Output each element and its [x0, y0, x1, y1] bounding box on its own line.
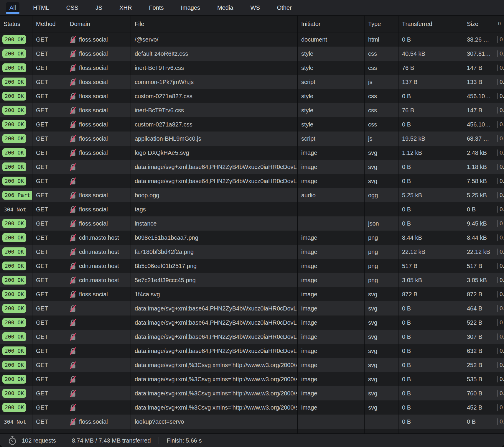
column-header-type[interactable]: Type: [365, 16, 398, 32]
size-cell: 5.25 kB: [463, 188, 496, 202]
domain-label: floss.social: [79, 291, 108, 298]
table-row[interactable]: 200 OK GET floss.social inert-BcT9Trv6.c…: [0, 103, 504, 117]
transferred-cell: 0 B: [398, 415, 463, 429]
waterfall-cell: 0.: [496, 160, 504, 174]
domain-cell: floss.social: [66, 202, 131, 216]
status-badge: 200 OK: [2, 78, 26, 86]
transferred-cell: 0 B: [398, 202, 463, 216]
status-cell: 200 OK: [0, 344, 32, 358]
column-header-transferred[interactable]: Transferred: [398, 16, 463, 32]
transferred-cell: 3.05 kB: [398, 273, 463, 287]
table-row[interactable]: 200 OK GET floss.social application-BHL9…: [0, 132, 504, 146]
waterfall-cell: 0.: [496, 330, 504, 344]
column-header-waterfall[interactable]: 0: [496, 16, 504, 32]
waterfall-start-tick: [498, 249, 498, 255]
table-row[interactable]: 200 OK GET cdn.masto.host 5e7c21e4f39ccc…: [0, 273, 504, 287]
status-cell: 200 OK: [0, 273, 32, 287]
status-cell: 200 OK: [0, 160, 32, 174]
method-cell: GET: [32, 32, 66, 47]
table-row[interactable]: 200 OK GET floss.social common-1Pk7jmWh.…: [0, 75, 504, 89]
type-cell: svg: [365, 160, 398, 174]
filter-tab-html[interactable]: HTML: [29, 2, 52, 13]
insecure-lock-icon: [70, 276, 76, 284]
insecure-lock-icon: [70, 333, 76, 341]
table-row[interactable]: 200 OK GET floss.social inert-BcT9Trv6.c…: [0, 61, 504, 75]
type-cell: html: [365, 32, 398, 47]
initiator-cell: image: [298, 330, 365, 344]
domain-cell: [66, 330, 131, 344]
table-row[interactable]: 200 OK GET data:image/svg+xml;base64,PHN…: [0, 301, 504, 315]
column-header-file[interactable]: File: [131, 16, 298, 32]
table-row[interactable]: 200 OK GET data:image/svg+xml;base64,PHN…: [0, 330, 504, 344]
table-row[interactable]: 200 OK GET floss.social custom-0271a827.…: [0, 89, 504, 103]
type-cell: svg: [365, 358, 398, 372]
column-header-initiator[interactable]: Initiator: [298, 16, 365, 32]
table-row[interactable]: 200 OK GET floss.social instance json 0 …: [0, 216, 504, 231]
table-row[interactable]: 200 OK GET data:image/svg+xml,%3Csvg xml…: [0, 358, 504, 372]
table-row[interactable]: 200 OK GET data:image/svg+xml;base64,PHN…: [0, 315, 504, 330]
transferred-cell: 8.44 kB: [398, 231, 463, 245]
insecure-lock-icon: [70, 121, 76, 128]
table-row[interactable]: 200 OK GET data:image/svg+xml;base64,PHN…: [0, 160, 504, 174]
filter-tab-images[interactable]: Images: [177, 2, 204, 13]
table-row[interactable]: 200 OK GET data:image/svg+xml,%3Csvg xml…: [0, 386, 504, 400]
filter-tab-fonts[interactable]: Fonts: [145, 2, 167, 13]
table-row[interactable]: 304 Not GET floss.social lookup?acct=ser…: [0, 415, 504, 429]
table-row[interactable]: 200 OK GET data:image/svg+xml,%3Csvg xml…: [0, 400, 504, 415]
table-row[interactable]: 200 OK GET cdn.masto.host 8b5c06eef01b25…: [0, 259, 504, 273]
file-cell: inert-BcT9Trv6.css: [131, 61, 298, 75]
column-header-size[interactable]: Size: [463, 16, 496, 32]
table-row[interactable]: 200 OK GET floss.social logo-DXQkHAe5.sv…: [0, 146, 504, 160]
table-row[interactable]: 200 OK GET data:image/svg+xml;base64,PHN…: [0, 174, 504, 188]
transferred-cell: 872 B: [398, 287, 463, 301]
filter-tab-other[interactable]: Other: [274, 2, 295, 13]
column-header-method[interactable]: Method: [32, 16, 66, 32]
type-cell: svg: [365, 287, 398, 301]
waterfall-cell: 0.: [496, 32, 504, 47]
table-row[interactable]: 200 OK GET cdn.masto.host fa7180bf3bd42f…: [0, 245, 504, 259]
empty-cell: [131, 429, 298, 433]
type-cell: [365, 415, 398, 429]
filter-tab-xhr[interactable]: XHR: [116, 2, 135, 13]
initiator-cell: [298, 216, 365, 231]
waterfall-start-tick: [498, 164, 498, 170]
table-row[interactable]: 200 OK GET floss.social default-z4oR6Itz…: [0, 47, 504, 61]
waterfall-cell: 0.: [496, 301, 504, 315]
initiator-cell: [298, 202, 365, 216]
table-row[interactable]: 200 OK GET data:image/svg+xml;base64,PHN…: [0, 344, 504, 358]
table-row[interactable]: 206 Part GET floss.social boop.ogg audio…: [0, 188, 504, 202]
size-cell: 464 B: [463, 301, 496, 315]
filter-tab-css[interactable]: CSS: [63, 2, 82, 13]
initiator-cell: [298, 415, 365, 429]
size-cell: 632 B: [463, 344, 496, 358]
domain-cell: cdn.masto.host: [66, 231, 131, 245]
table-row[interactable]: 200 OK GET floss.social custom-0271a827.…: [0, 117, 504, 132]
filter-tab-media[interactable]: Media: [214, 2, 237, 13]
filter-tab-ws[interactable]: WS: [247, 2, 263, 13]
file-cell: custom-0271a827.css: [131, 89, 298, 103]
method-cell: GET: [32, 132, 66, 146]
waterfall-cell: 0.: [496, 132, 504, 146]
insecure-lock-icon: [70, 347, 76, 355]
column-header-status[interactable]: Status: [0, 16, 32, 32]
domain-label: floss.social: [79, 79, 108, 86]
file-cell: 1f4ca.svg: [131, 287, 298, 301]
file-cell: data:image/svg+xml;base64,PHN2ZyB4bWxucz…: [131, 160, 298, 174]
table-row[interactable]: 200 OK GET floss.social 1f4ca.svg image …: [0, 287, 504, 301]
type-cell: svg: [365, 146, 398, 160]
domain-label: floss.social: [79, 192, 108, 199]
file-cell: data:image/svg+xml;base64,PHN2ZyB4bWxucz…: [131, 315, 298, 330]
column-header-domain[interactable]: Domain: [66, 16, 131, 32]
waterfall-cell: 0.: [496, 386, 504, 400]
type-cell: [365, 202, 398, 216]
domain-label: floss.social: [79, 50, 108, 57]
filter-tab-js[interactable]: JS: [92, 2, 106, 13]
table-row[interactable]: 304 Not GET floss.social tags 0 B 0 B 0.: [0, 202, 504, 216]
table-row[interactable]: 200 OK GET floss.social /@servo/ documen…: [0, 32, 504, 47]
filter-tab-all[interactable]: All: [6, 2, 19, 13]
waterfall-cell: 0.: [496, 287, 504, 301]
table-row[interactable]: 200 OK GET cdn.masto.host b098e151ba1bca…: [0, 231, 504, 245]
initiator-cell: image: [298, 287, 365, 301]
status-cell: 304 Not: [0, 202, 32, 216]
table-row[interactable]: 200 OK GET data:image/svg+xml,%3Csvg xml…: [0, 372, 504, 386]
